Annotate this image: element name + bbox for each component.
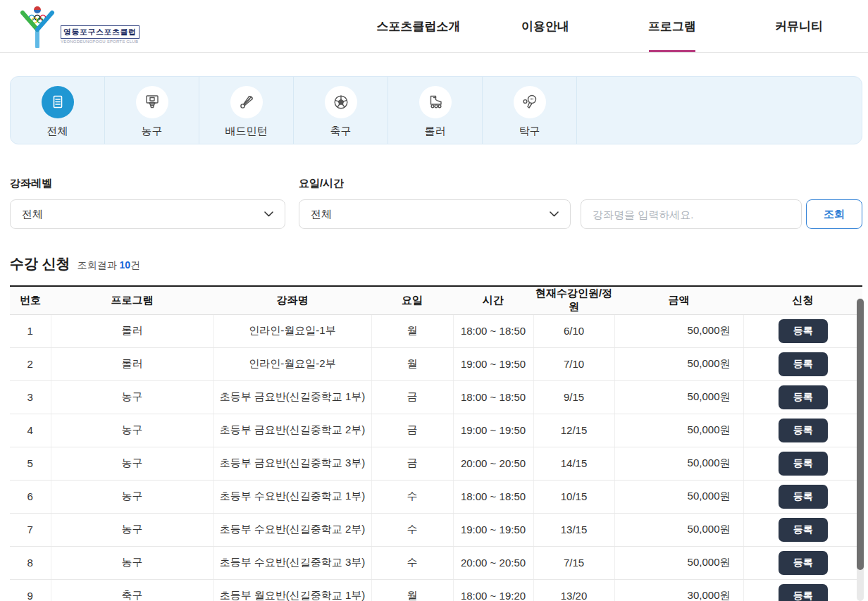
register-button[interactable]: 등록 (779, 319, 828, 343)
register-button[interactable]: 등록 (779, 452, 828, 476)
table-row: 1 롤러 인라인-월요일-1부 월 18:00 ~ 18:50 6/10 50,… (10, 314, 862, 347)
cell-time: 18:00 ~ 18:50 (453, 380, 533, 414)
cell-day: 금 (371, 447, 453, 480)
cell-program: 농구 (51, 546, 213, 579)
cell-time: 18:00 ~ 18:50 (453, 314, 533, 347)
register-button[interactable]: 등록 (779, 385, 828, 409)
cell-register: 등록 (743, 447, 862, 480)
category-tab-all[interactable]: 전체 (11, 77, 105, 144)
cell-course-name: 초등부 수요반(신길중학교 1부) (213, 480, 371, 513)
site-logo[interactable]: 영등포구스포츠클럽 YEONGDEUNGPOGU SPORTS CLUB (17, 4, 140, 48)
col-time: 시간 (453, 286, 533, 314)
sports-club-logo-icon (17, 4, 58, 48)
cell-course-name: 초등부 금요반(신길중학교 3부) (213, 447, 371, 480)
col-enrollment: 현재수강인원/정원 (533, 286, 614, 314)
cell-day: 금 (371, 380, 453, 414)
cell-enrollment: 12/15 (533, 414, 614, 447)
category-tab-label: 전체 (47, 125, 68, 138)
nav-item-program[interactable]: 프로그램 (609, 0, 736, 52)
cell-time: 20:00 ~ 20:50 (453, 546, 533, 579)
cell-register: 등록 (743, 380, 862, 414)
search-button[interactable]: 조회 (806, 199, 862, 229)
course-table: 번호 프로그램 강좌명 요일 시간 현재수강인원/정원 금액 신청 1 롤러 인… (10, 285, 862, 601)
cell-register: 등록 (743, 579, 862, 601)
cell-number: 1 (10, 314, 51, 347)
category-tab-roller[interactable]: 롤러 (388, 77, 483, 144)
cell-amount: 50,000원 (614, 414, 743, 447)
register-button[interactable]: 등록 (779, 551, 828, 575)
table-scrollbar-track[interactable] (857, 298, 864, 601)
col-day: 요일 (371, 286, 453, 314)
cell-program: 농구 (51, 447, 213, 480)
col-number: 번호 (10, 286, 51, 314)
filter-bar: 강좌레벨 전체 요일/시간 전체 조회 (10, 177, 862, 229)
page-title: 수강 신청 (10, 254, 70, 273)
cell-program: 농구 (51, 414, 213, 447)
main-nav: 스포츠클럽소개 이용안내 프로그램 커뮤니티 (355, 0, 862, 52)
nav-item-usage-guide[interactable]: 이용안내 (482, 0, 609, 52)
category-tabstrip: 전체 농구 (10, 76, 862, 144)
list-icon (42, 86, 74, 118)
category-tab-label: 농구 (142, 125, 163, 138)
col-program: 프로그램 (51, 286, 213, 314)
cell-register: 등록 (743, 347, 862, 380)
chevron-down-icon (264, 211, 273, 217)
category-tab-label: 롤러 (425, 125, 446, 138)
nav-item-club-intro[interactable]: 스포츠클럽소개 (355, 0, 482, 52)
category-tab-label: 축구 (330, 125, 352, 138)
cell-enrollment: 14/15 (533, 447, 614, 480)
cell-enrollment: 13/15 (533, 513, 614, 546)
table-tennis-icon (514, 86, 546, 118)
table-row: 4 농구 초등부 금요반(신길중학교 2부) 금 19:00 ~ 19:50 1… (10, 414, 862, 447)
category-tab-basketball[interactable]: 농구 (105, 77, 199, 144)
cell-register: 등록 (743, 546, 862, 579)
cell-program: 농구 (51, 513, 213, 546)
level-select[interactable]: 전체 (10, 199, 285, 229)
cell-day: 금 (371, 414, 453, 447)
register-button[interactable]: 등록 (779, 352, 828, 376)
logo-text: 영등포구스포츠클럽 YEONGDEUNGPOGU SPORTS CLUB (61, 25, 140, 44)
register-button[interactable]: 등록 (779, 485, 828, 509)
cell-amount: 50,000원 (614, 314, 743, 347)
day-filter-label: 요일/시간 (299, 177, 581, 190)
cell-day: 수 (371, 546, 453, 579)
logo-korean-name: 영등포구스포츠클럽 (61, 25, 140, 39)
cell-day: 월 (371, 579, 453, 601)
category-tab-soccer[interactable]: 축구 (294, 77, 388, 144)
cell-number: 7 (10, 513, 51, 546)
cell-amount: 50,000원 (614, 513, 743, 546)
cell-program: 농구 (51, 380, 213, 414)
register-button[interactable]: 등록 (779, 518, 828, 542)
category-tab-badminton[interactable]: 배드민턴 (199, 77, 294, 144)
cell-amount: 30,000원 (614, 579, 743, 601)
level-select-value: 전체 (22, 208, 43, 221)
result-suffix: 건 (130, 259, 140, 271)
cell-course-name: 초등부 금요반(신길중학교 1부) (213, 380, 371, 414)
badminton-shuttlecock-icon (230, 86, 263, 118)
register-button[interactable]: 등록 (779, 419, 828, 442)
table-scrollbar-thumb[interactable] (857, 299, 864, 570)
main-content: 전체 농구 (0, 76, 868, 601)
col-register: 신청 (743, 286, 862, 314)
table-row: 7 농구 초등부 수요반(신길중학교 2부) 수 19:00 ~ 19:50 1… (10, 513, 862, 546)
cell-program: 농구 (51, 480, 213, 513)
cell-number: 3 (10, 380, 51, 414)
logo-english-name: YEONGDEUNGPOGU SPORTS CLUB (61, 39, 140, 44)
cell-enrollment: 13/20 (533, 579, 614, 601)
cell-register: 등록 (743, 414, 862, 447)
day-time-select[interactable]: 전체 (299, 199, 571, 229)
cell-course-name: 초등부 수요반(신길중학교 3부) (213, 546, 371, 579)
course-search-input[interactable] (581, 199, 802, 229)
tabstrip-filler (577, 77, 862, 144)
category-tab-table-tennis[interactable]: 탁구 (483, 77, 577, 144)
day-filter-field: 요일/시간 전체 (299, 177, 581, 229)
cell-enrollment: 7/15 (533, 546, 614, 579)
cell-program: 롤러 (51, 347, 213, 380)
page: 영등포구스포츠클럽 YEONGDEUNGPOGU SPORTS CLUB 스포츠… (0, 0, 868, 601)
roller-skate-icon (419, 86, 452, 118)
level-filter-field: 강좌레벨 전체 (10, 177, 299, 229)
nav-item-community[interactable]: 커뮤니티 (736, 0, 862, 52)
register-button[interactable]: 등록 (779, 584, 828, 601)
cell-time: 18:00 ~ 19:20 (453, 579, 533, 601)
cell-course-name: 초등부 수요반(신길중학교 2부) (213, 513, 371, 546)
